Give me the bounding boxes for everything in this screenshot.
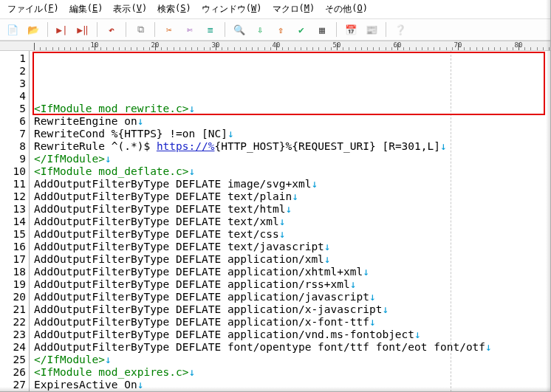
line-number: 6: [0, 115, 26, 128]
code-text: RewriteEngine on: [34, 115, 137, 127]
line-number-gutter: 1234567891011121314151617181920212223242…: [0, 51, 30, 392]
run-step-icon[interactable]: ▶‖: [75, 21, 91, 38]
open-file-icon[interactable]: 📂: [25, 21, 41, 38]
toolbar: 📄 📂 ▶| ▶‖ ↶ ⧉ ✂ ✄ ≡ 🔍 ⇩ ⇧ ✔ ▦ 📅 📰 ❔: [0, 19, 550, 41]
code-text: AddOutputFilterByType DEFLATE applicatio…: [34, 329, 414, 340]
eol-marker: ↓: [105, 354, 112, 365]
code-area[interactable]: <IfModule mod_rewrite.c>↓RewriteEngine o…: [30, 51, 550, 392]
code-line[interactable]: <IfModule mod_deflate.c>↓: [34, 165, 550, 178]
code-line[interactable]: AddOutputFilterByType DEFLATE applicatio…: [34, 278, 550, 291]
eol-marker: ↓: [369, 291, 376, 303]
code-line[interactable]: AddOutputFilterByType DEFLATE text/javas…: [34, 241, 550, 253]
eol-marker: ↓: [414, 329, 421, 340]
menu-view[interactable]: 表示(V): [113, 3, 147, 16]
menu-bar: ファイル(F) 編集(E) 表示(V) 検索(S) ウィンドウ(W) マクロ(M…: [0, 0, 550, 19]
find-icon[interactable]: 🔍: [231, 21, 247, 38]
new-file-icon[interactable]: 📄: [4, 21, 21, 38]
code-line[interactable]: <IfModule mod_expires.c>↓: [34, 366, 550, 379]
code-text: AddOutputFilterByType DEFLATE image/svg+…: [34, 178, 311, 190]
code-line[interactable]: AddOutputFilterByType DEFLATE text/xml↓: [34, 216, 550, 228]
eol-marker: ↓: [137, 115, 144, 127]
line-number: 19: [0, 278, 26, 291]
eol-marker: ↓: [350, 278, 357, 290]
help-icon[interactable]: ❔: [392, 21, 408, 38]
code-line[interactable]: </IfModule>↓: [34, 354, 550, 366]
menu-other[interactable]: その他(O): [325, 3, 368, 16]
eol-marker: ↓: [324, 241, 331, 252]
check-icon[interactable]: ✔: [293, 21, 309, 38]
code-text: AddOutputFilterByType DEFLATE text/css: [34, 228, 279, 240]
cut-icon[interactable]: ✂: [161, 21, 177, 38]
line-number: 20: [0, 291, 26, 303]
menu-file[interactable]: ファイル(F): [7, 3, 59, 16]
code-line[interactable]: AddOutputFilterByType DEFLATE applicatio…: [34, 291, 550, 303]
line-number: 10: [0, 165, 26, 178]
code-text: AddOutputFilterByType DEFLATE font/opent…: [34, 341, 485, 353]
grid-icon[interactable]: ▦: [314, 21, 330, 38]
run-icon[interactable]: ▶|: [54, 21, 70, 38]
undo-icon[interactable]: ↶: [103, 21, 120, 38]
copy-window-icon[interactable]: ⧉: [132, 21, 148, 38]
line-number: 18: [0, 266, 26, 278]
code-text: RewriteCond %{HTTPS} !=on [NC]: [34, 128, 227, 140]
line-number: 23: [0, 329, 26, 341]
code-line[interactable]: RewriteCond %{HTTPS} !=on [NC]↓: [34, 128, 550, 140]
editor-area[interactable]: 1234567891011121314151617181920212223242…: [0, 51, 550, 392]
line-number: 25: [0, 354, 26, 366]
code-text: AddOutputFilterByType DEFLATE applicatio…: [34, 266, 363, 278]
code-line[interactable]: AddOutputFilterByType DEFLATE text/html↓: [34, 203, 550, 216]
menu-edit[interactable]: 編集(E): [69, 3, 103, 16]
code-line[interactable]: AddOutputFilterByType DEFLATE font/opent…: [34, 341, 550, 354]
code-line[interactable]: AddOutputFilterByType DEFLATE applicatio…: [34, 266, 550, 278]
line-number: 26: [0, 366, 26, 379]
toolbar-separator: [154, 22, 155, 37]
code-line[interactable]: AddOutputFilterByType DEFLATE text/css↓: [34, 228, 550, 241]
line-number: 17: [0, 253, 26, 266]
line-number: 22: [0, 316, 26, 329]
menu-search[interactable]: 検索(S): [157, 3, 191, 16]
code-text: RewriteRule ^(.*)$: [34, 140, 157, 152]
eol-marker: ↓: [285, 203, 292, 215]
toolbar-separator: [336, 22, 337, 37]
code-text: ExpiresActive On: [34, 379, 137, 391]
menu-window[interactable]: ウィンドウ(W): [202, 3, 262, 16]
eol-marker: ↓: [311, 178, 318, 190]
code-text: <IfModule mod_rewrite.c>: [34, 103, 189, 114]
ruler-tick-label: 30: [212, 41, 220, 49]
code-line[interactable]: AddOutputFilterByType DEFLATE image/svg+…: [34, 178, 550, 190]
code-line[interactable]: <IfModule mod_rewrite.c>↓: [34, 103, 550, 115]
eol-marker: ↓: [279, 228, 286, 240]
paste-icon[interactable]: ≡: [202, 21, 219, 38]
code-text: AddOutputFilterByType DEFLATE text/xml: [34, 216, 279, 227]
menu-macro[interactable]: マクロ(M): [273, 3, 315, 16]
ruler-tick-label: 80: [515, 41, 523, 49]
line-number: 7: [0, 128, 26, 140]
code-line[interactable]: ExpiresActive On↓: [34, 379, 550, 391]
line-number: 21: [0, 303, 26, 316]
wrap-guide: [451, 51, 451, 392]
code-line[interactable]: AddOutputFilterByType DEFLATE applicatio…: [34, 253, 550, 266]
code-text: </IfModule>: [34, 153, 105, 165]
line-number: 11: [0, 178, 26, 190]
calendar-icon[interactable]: 📅: [343, 21, 359, 38]
eol-marker: ↓: [485, 341, 492, 353]
eol-marker: ↓: [382, 303, 389, 315]
eol-marker: ↓: [105, 153, 112, 165]
code-line[interactable]: AddOutputFilterByType DEFLATE text/plain…: [34, 190, 550, 203]
find-prev-icon[interactable]: ⇧: [273, 21, 289, 38]
code-line[interactable]: AddOutputFilterByType DEFLATE applicatio…: [34, 303, 550, 316]
code-text: AddOutputFilterByType DEFLATE text/html: [34, 203, 285, 215]
code-line[interactable]: AddOutputFilterByType DEFLATE applicatio…: [34, 329, 550, 341]
code-text: {HTTP_HOST}%{REQUEST_URI} [R=301,L]: [214, 140, 440, 152]
code-text: AddOutputFilterByType DEFLATE text/plain: [34, 190, 292, 202]
code-text: </IfModule>: [34, 354, 105, 365]
code-line[interactable]: RewriteEngine on↓: [34, 115, 550, 128]
insert-icon[interactable]: 📰: [363, 21, 380, 38]
find-next-icon[interactable]: ⇩: [252, 21, 268, 38]
code-line[interactable]: AddOutputFilterByType DEFLATE applicatio…: [34, 316, 550, 329]
cut2-icon[interactable]: ✄: [182, 21, 198, 38]
eol-marker: ↓: [189, 165, 196, 177]
code-line[interactable]: RewriteRule ^(.*)$ https://%{HTTP_HOST}%…: [34, 140, 550, 153]
line-number: 27: [0, 379, 26, 391]
code-line[interactable]: </IfModule>↓: [34, 153, 550, 165]
